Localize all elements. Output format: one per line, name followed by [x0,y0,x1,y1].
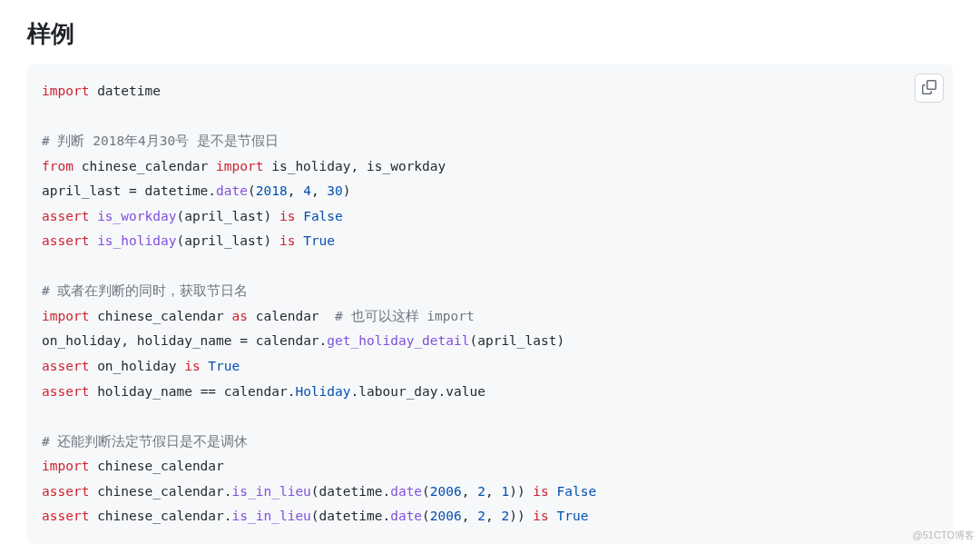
code-block: import datetime # 判断 2018年4月30号 是不是节假日 f… [27,64,953,544]
section-heading: 样例 [27,18,953,50]
copy-button[interactable] [915,74,944,103]
watermark: @51CTO博客 [913,529,975,542]
copy-icon [922,80,936,97]
code-content: import datetime # 判断 2018年4月30号 是不是节假日 f… [42,79,938,529]
